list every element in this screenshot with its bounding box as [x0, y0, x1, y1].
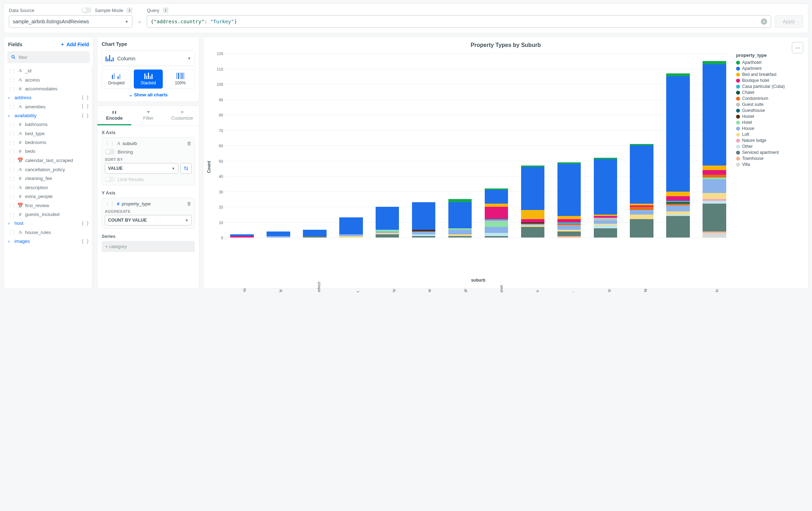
- series-dropzone[interactable]: + category: [102, 241, 195, 252]
- field-item[interactable]: ⋮⋮#bathrooms: [6, 120, 92, 129]
- info-icon[interactable]: i: [127, 7, 132, 13]
- legend-item[interactable]: Aparthotel: [736, 60, 803, 65]
- sort-direction-button[interactable]: [180, 163, 192, 174]
- svg-point-0: [12, 55, 14, 58]
- query-input[interactable]: {"address.country": "Turkey"} ✕: [147, 15, 771, 28]
- grip-icon[interactable]: ⋮⋮: [8, 68, 15, 73]
- info-icon[interactable]: i: [163, 7, 168, 13]
- trash-icon[interactable]: 🗑: [187, 141, 192, 146]
- grip-icon[interactable]: ⋮⋮: [105, 140, 115, 146]
- legend-item[interactable]: Bed and breakfast: [736, 72, 803, 77]
- bar-column[interactable]: [339, 53, 363, 238]
- tab-encode[interactable]: ⫾⫾Encode: [97, 106, 131, 125]
- bar-column[interactable]: [666, 53, 689, 238]
- chart-type-select[interactable]: Column ▼: [102, 50, 195, 66]
- bar-column[interactable]: [448, 53, 472, 238]
- fields-filter-input[interactable]: filter: [7, 51, 90, 63]
- grip-icon[interactable]: ⋮⋮: [8, 86, 15, 91]
- tab-customize[interactable]: ≡Customize: [165, 106, 199, 125]
- legend-item[interactable]: Apartment: [736, 66, 803, 71]
- grip-icon[interactable]: ⋮⋮: [8, 212, 15, 217]
- search-icon: [11, 55, 16, 60]
- aggregate-select[interactable]: COUNT BY VALUE ▼: [105, 215, 192, 226]
- legend-item[interactable]: Serviced apartment: [736, 150, 803, 155]
- bar-column[interactable]: [267, 53, 290, 238]
- legend-item[interactable]: Loft: [736, 132, 803, 137]
- bar-column[interactable]: [230, 53, 253, 238]
- legend-item[interactable]: Guest suite: [736, 102, 803, 107]
- bar-column[interactable]: [630, 53, 653, 238]
- field-item[interactable]: ⋮⋮#extra_people: [6, 192, 92, 201]
- grip-icon[interactable]: ⋮⋮: [8, 194, 15, 199]
- bar-column[interactable]: [376, 53, 399, 238]
- sample-mode-toggle[interactable]: [82, 7, 91, 13]
- legend-item[interactable]: Hotel: [736, 120, 803, 125]
- legend-item[interactable]: Condominium: [736, 96, 803, 101]
- bar-column[interactable]: [521, 53, 544, 238]
- legend-item[interactable]: Chalet: [736, 90, 803, 95]
- field-item[interactable]: ⋮⋮#guests_included: [6, 210, 92, 219]
- grip-icon[interactable]: ⋮⋮: [8, 122, 15, 127]
- legend-item[interactable]: Townhouse: [736, 156, 803, 161]
- bar-column[interactable]: [303, 53, 326, 238]
- legend-item[interactable]: Other: [736, 144, 803, 149]
- trash-icon[interactable]: 🗑: [187, 201, 192, 206]
- field-item[interactable]: ⋮⋮Aamenities[ ]: [6, 102, 92, 111]
- bar-column[interactable]: [703, 53, 726, 238]
- grip-icon[interactable]: ⋮⋮: [8, 149, 15, 154]
- field-item[interactable]: ⋮⋮#bedrooms: [6, 138, 92, 147]
- field-item[interactable]: ⋮⋮Adescription: [6, 183, 92, 192]
- binning-toggle[interactable]: [105, 149, 115, 155]
- field-item[interactable]: ›host{ }: [6, 219, 92, 228]
- grip-icon[interactable]: ⋮⋮: [8, 140, 15, 145]
- field-item[interactable]: ⋮⋮Ahouse_rules: [6, 228, 92, 237]
- sortby-select[interactable]: VALUE ▼: [105, 163, 178, 174]
- show-all-charts-link[interactable]: ⌄ Show all charts: [102, 92, 195, 97]
- grip-icon[interactable]: ⋮⋮: [8, 131, 15, 136]
- grip-icon[interactable]: ⋮⋮: [8, 185, 15, 190]
- apply-button[interactable]: Apply: [775, 15, 803, 28]
- field-item[interactable]: ⋮⋮📅first_review: [6, 201, 92, 210]
- data-source-select[interactable]: sample_airbnb.listingsAndReviews ▼: [9, 15, 132, 28]
- grip-icon[interactable]: ⋮⋮: [8, 158, 15, 163]
- grip-icon[interactable]: ⋮⋮: [105, 201, 115, 206]
- field-item[interactable]: ⋮⋮#beds: [6, 147, 92, 156]
- field-item[interactable]: ⋮⋮#cleaning_fee: [6, 174, 92, 183]
- chart-menu-button[interactable]: ⋯: [792, 42, 803, 53]
- legend-item[interactable]: House: [736, 126, 803, 131]
- tab-filter[interactable]: ⏷Filter: [131, 106, 165, 125]
- add-field-button[interactable]: ＋ Add Field: [60, 41, 89, 48]
- field-item[interactable]: ⋮⋮A_id: [6, 66, 92, 75]
- field-item[interactable]: ›images{ }: [6, 237, 92, 246]
- chart-subtype-100%[interactable]: 100%: [166, 70, 195, 89]
- grip-icon[interactable]: ⋮⋮: [8, 167, 15, 172]
- chart-subtype-grouped[interactable]: Grouped: [102, 70, 131, 89]
- legend-item[interactable]: Villa: [736, 162, 803, 167]
- legend-item[interactable]: Hostel: [736, 114, 803, 119]
- bar-column[interactable]: [412, 53, 435, 238]
- bar-column[interactable]: [594, 53, 617, 238]
- field-name: beds: [25, 149, 35, 154]
- legend-item[interactable]: Nature lodge: [736, 138, 803, 143]
- grip-icon[interactable]: ⋮⋮: [8, 176, 15, 181]
- field-item[interactable]: ⋮⋮Aaccess: [6, 75, 92, 84]
- limit-toggle[interactable]: [105, 176, 115, 182]
- grip-icon[interactable]: ⋮⋮: [8, 77, 15, 82]
- field-item[interactable]: ⋮⋮Abed_type: [6, 129, 92, 138]
- grip-icon[interactable]: ⋮⋮: [8, 230, 15, 235]
- y-tick: 90: [219, 98, 225, 102]
- legend-item[interactable]: Boutique hotel: [736, 78, 803, 83]
- grip-icon[interactable]: ⋮⋮: [8, 104, 15, 109]
- field-item[interactable]: ›availability{ }: [6, 111, 92, 120]
- grip-icon[interactable]: ⋮⋮: [8, 203, 15, 208]
- field-item[interactable]: ⋮⋮Acancellation_policy: [6, 165, 92, 174]
- bar-column[interactable]: [485, 53, 508, 238]
- field-item[interactable]: ⋮⋮📅calendar_last_scraped: [6, 156, 92, 165]
- chart-subtype-stacked[interactable]: Stacked: [134, 70, 163, 89]
- legend-item[interactable]: Casa particular (Cuba): [736, 84, 803, 89]
- field-item[interactable]: ›address{ }: [6, 93, 92, 102]
- clear-icon[interactable]: ✕: [761, 18, 767, 25]
- field-item[interactable]: ⋮⋮#accommodates: [6, 84, 92, 93]
- bar-column[interactable]: [557, 53, 581, 238]
- legend-item[interactable]: Guesthouse: [736, 108, 803, 113]
